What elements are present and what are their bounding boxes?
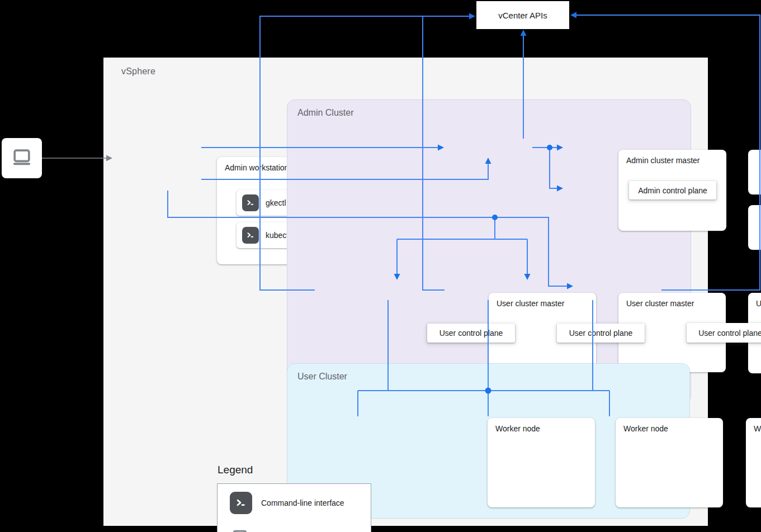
arrowhead	[469, 13, 475, 20]
gkectl-label: gkectl	[266, 198, 286, 207]
admin-control-plane-box: Admin control plane	[629, 181, 716, 200]
user-control-plane-label: User control plane	[557, 324, 645, 343]
laptop-icon	[230, 526, 250, 532]
terminal-icon	[230, 492, 252, 514]
admin-control-plane-label: Admin control plane	[629, 181, 716, 200]
worker-node-box: Worker node	[746, 418, 761, 507]
user-control-plane-label: User control plane	[687, 323, 761, 343]
user-control-plane-label: User control plane	[427, 324, 515, 343]
worker-node-box: Worker node	[488, 418, 595, 507]
user-control-plane-box: User control plane	[687, 323, 761, 343]
addons-label: Add-ons	[748, 205, 761, 250]
admin-workstation-title: Admin workstation	[225, 163, 289, 172]
arrowhead	[521, 30, 527, 36]
legend-title: Legend	[218, 464, 253, 476]
vcenter-apis-label: vCenter APIs	[498, 11, 547, 20]
user-cluster-master-title: User cluster master	[497, 299, 564, 308]
laptop-icon	[10, 145, 34, 172]
worker-node-label: Worker node	[754, 424, 761, 433]
addons-box: Add-ons	[748, 150, 761, 194]
addons-box: Add-ons	[748, 205, 761, 250]
terminal-icon	[242, 227, 259, 244]
admin-cluster-master-title: Admin cluster master	[626, 156, 699, 165]
legend-box: Command-line interface User Control plan…	[217, 483, 371, 532]
user-cluster-master-title: User cluster master	[756, 299, 761, 308]
user-control-plane-box: User control plane	[557, 324, 645, 343]
worker-node-label: Worker node	[623, 424, 668, 433]
admin-cluster-label: Admin Cluster	[297, 108, 353, 118]
worker-node-box: Worker node	[616, 418, 723, 507]
user-control-plane-box: User control plane	[427, 324, 515, 343]
terminal-icon	[242, 194, 259, 211]
vcenter-apis-box: vCenter APIs	[476, 1, 569, 29]
legend-cli-label: Command-line interface	[261, 498, 344, 507]
legend-item-user: User	[230, 526, 276, 532]
user-cluster-label: User Cluster	[297, 372, 347, 382]
vsphere-label: vSphere	[121, 66, 155, 77]
architecture-diagram: vCenter APIs vSphere Admin workstation	[0, 0, 761, 532]
arrowhead	[570, 12, 576, 18]
user-box	[2, 138, 42, 178]
admin-cluster-panel: Admin Cluster Admin cluster master Admin…	[287, 99, 691, 404]
user-cluster-master-title: User cluster master	[626, 299, 694, 308]
vsphere-panel: vSphere Admin workstation gkectl	[103, 58, 708, 526]
legend-item-cli: Command-line interface	[230, 492, 344, 514]
worker-node-label: Worker node	[495, 424, 540, 433]
addons-label: Add-ons	[748, 150, 761, 194]
